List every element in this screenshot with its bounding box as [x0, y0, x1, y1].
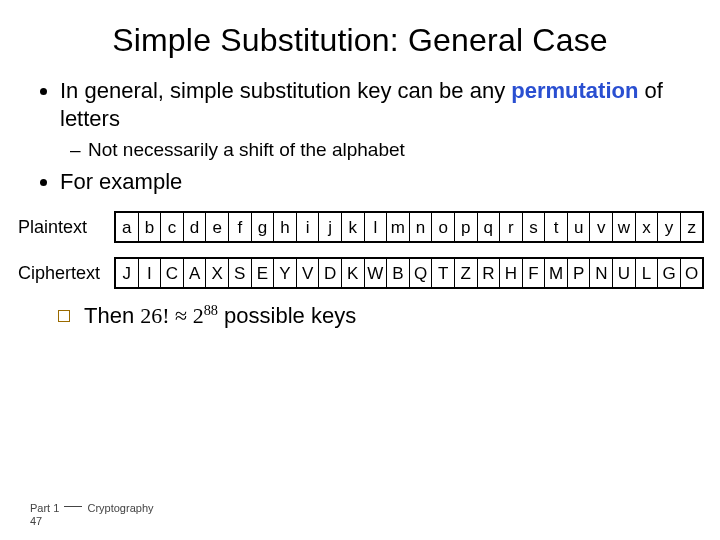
bullet-1-text-a: In general, simple substitution key can …	[60, 78, 511, 103]
sub-bullet-1: Not necessarily a shift of the alphabet	[88, 138, 682, 162]
footer-section: Cryptography	[84, 502, 153, 514]
conclusion-base: 2	[193, 303, 204, 328]
plaintext-cell: k	[342, 213, 365, 241]
plaintext-cell: b	[139, 213, 162, 241]
plaintext-cell: n	[410, 213, 433, 241]
square-bullet-icon	[58, 310, 70, 322]
ciphertext-cell: I	[139, 259, 162, 287]
plaintext-row: Plaintext abcdefghijklmnopqrstuvwxyz	[18, 211, 708, 243]
ciphertext-cell: R	[478, 259, 501, 287]
conclusion-line: Then 26! ≈ 288 possible keys	[0, 303, 720, 329]
plaintext-cell: w	[613, 213, 636, 241]
ciphertext-cell: X	[206, 259, 229, 287]
ciphertext-cells: JICAXSEYVDKWBQTZRHFMPNULGO	[114, 257, 704, 289]
ciphertext-cell: L	[636, 259, 659, 287]
plaintext-cell: e	[206, 213, 229, 241]
ciphertext-cell: T	[432, 259, 455, 287]
footer-dash-icon	[64, 506, 82, 507]
plaintext-cell: r	[500, 213, 523, 241]
slide-footer: Part 1 Cryptography 47	[30, 502, 154, 528]
ciphertext-cell: A	[184, 259, 207, 287]
plaintext-cells: abcdefghijklmnopqrstuvwxyz	[114, 211, 704, 243]
plaintext-cell: d	[184, 213, 207, 241]
plaintext-cell: y	[658, 213, 681, 241]
slide-body: In general, simple substitution key can …	[0, 77, 720, 195]
plaintext-label: Plaintext	[18, 217, 114, 238]
ciphertext-cell: O	[681, 259, 703, 287]
ciphertext-cell: S	[229, 259, 252, 287]
ciphertext-cell: V	[297, 259, 320, 287]
plaintext-cell: p	[455, 213, 478, 241]
plaintext-cell: s	[523, 213, 546, 241]
ciphertext-cell: M	[545, 259, 568, 287]
bullet-list: In general, simple substitution key can …	[38, 77, 682, 195]
plaintext-cell: u	[568, 213, 591, 241]
footer-part: Part 1	[30, 502, 62, 514]
ciphertext-cell: J	[116, 259, 139, 287]
plaintext-cell: m	[387, 213, 410, 241]
conclusion-exponent: 88	[204, 302, 218, 318]
plaintext-cell: z	[681, 213, 703, 241]
ciphertext-cell: Z	[455, 259, 478, 287]
slide-title: Simple Substitution: General Case	[0, 0, 720, 77]
plaintext-cell: i	[297, 213, 320, 241]
plaintext-cell: o	[432, 213, 455, 241]
ciphertext-label: Ciphertext	[18, 263, 114, 284]
ciphertext-cell: E	[252, 259, 275, 287]
footer-page: 47	[30, 515, 42, 527]
bullet-2: For example	[60, 168, 682, 196]
ciphertext-cell: H	[500, 259, 523, 287]
bullet-1: In general, simple substitution key can …	[60, 77, 682, 162]
conclusion-approx: ≈	[170, 303, 193, 328]
plaintext-cell: l	[365, 213, 388, 241]
conclusion-suffix: possible keys	[218, 303, 356, 328]
plaintext-cell: c	[161, 213, 184, 241]
plaintext-cell: v	[590, 213, 613, 241]
plaintext-cell: q	[478, 213, 501, 241]
plaintext-cell: f	[229, 213, 252, 241]
plaintext-cell: g	[252, 213, 275, 241]
slide: Simple Substitution: General Case In gen…	[0, 0, 720, 540]
plaintext-cell: t	[545, 213, 568, 241]
substitution-tables: Plaintext abcdefghijklmnopqrstuvwxyz Cip…	[0, 211, 720, 289]
ciphertext-cell: B	[387, 259, 410, 287]
conclusion-prefix: Then	[84, 303, 140, 328]
ciphertext-cell: N	[590, 259, 613, 287]
sub-bullet-list: Not necessarily a shift of the alphabet	[60, 138, 682, 162]
plaintext-cell: h	[274, 213, 297, 241]
plaintext-cell: x	[636, 213, 659, 241]
conclusion-factorial: 26!	[140, 303, 169, 328]
plaintext-cell: j	[319, 213, 342, 241]
bullet-1-permutation: permutation	[511, 78, 638, 103]
ciphertext-cell: C	[161, 259, 184, 287]
plaintext-cell: a	[116, 213, 139, 241]
ciphertext-cell: Y	[274, 259, 297, 287]
ciphertext-cell: K	[342, 259, 365, 287]
ciphertext-cell: U	[613, 259, 636, 287]
ciphertext-cell: D	[319, 259, 342, 287]
ciphertext-cell: P	[568, 259, 591, 287]
ciphertext-cell: Q	[410, 259, 433, 287]
ciphertext-cell: W	[365, 259, 388, 287]
ciphertext-row: Ciphertext JICAXSEYVDKWBQTZRHFMPNULGO	[18, 257, 708, 289]
ciphertext-cell: G	[658, 259, 681, 287]
ciphertext-cell: F	[523, 259, 546, 287]
